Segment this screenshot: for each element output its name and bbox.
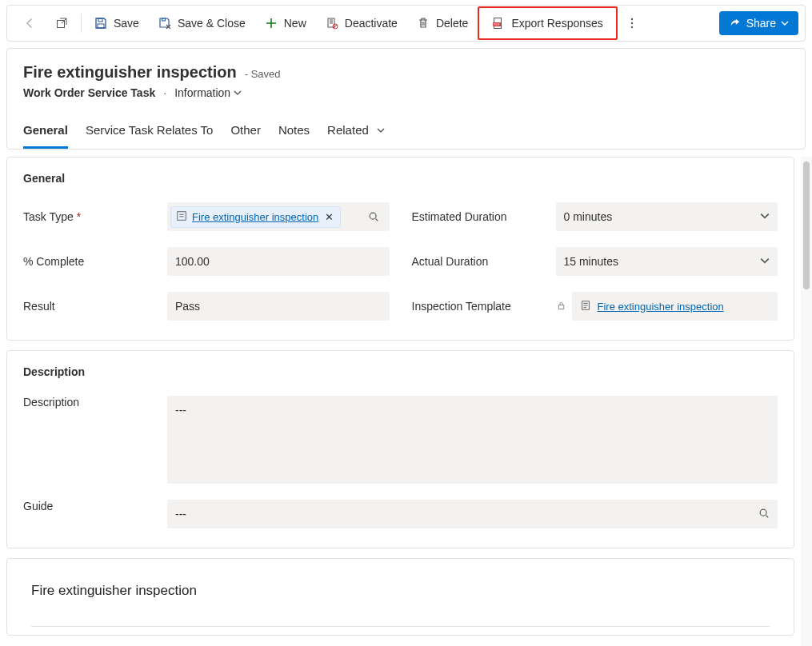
new-button[interactable]: New — [255, 10, 316, 37]
field-description: Description --- — [23, 396, 778, 484]
save-close-icon — [158, 17, 171, 30]
search-icon[interactable] — [758, 508, 770, 521]
svg-rect-2 — [98, 24, 104, 28]
input-guide[interactable]: --- — [167, 500, 778, 528]
section-title-description: Description — [23, 365, 778, 378]
scrollbar-thumb[interactable] — [803, 162, 810, 289]
page-title: Fire extinguisher inspection — [23, 63, 237, 82]
tab-relates-to[interactable]: Service Task Relates To — [86, 115, 214, 149]
label-estimated-duration: Estimated Duration — [412, 210, 546, 223]
tab-general[interactable]: General — [23, 115, 68, 149]
arrow-left-icon — [23, 17, 36, 30]
svg-point-13 — [370, 213, 376, 219]
scrollbar[interactable] — [801, 157, 812, 646]
clear-lookup-icon[interactable]: ✕ — [323, 211, 335, 223]
save-label: Save — [114, 17, 139, 30]
delete-label: Delete — [436, 17, 468, 30]
input-estimated-duration[interactable]: 0 minutes — [556, 202, 778, 231]
label-percent-complete: % Complete — [23, 255, 158, 268]
chevron-down-icon — [760, 210, 770, 223]
save-button[interactable]: Save — [85, 10, 149, 37]
svg-point-16 — [760, 509, 766, 516]
field-task-type: Task Type* Fire extinguisher inspection … — [23, 202, 390, 231]
divider — [31, 626, 770, 627]
export-responses-label: Export Responses — [511, 17, 602, 30]
svg-rect-14 — [558, 305, 564, 309]
deactivate-button[interactable]: Deactivate — [316, 10, 407, 37]
label-result: Result — [23, 300, 158, 313]
input-description[interactable]: --- — [167, 396, 778, 484]
svg-point-9 — [631, 18, 633, 20]
field-inspection-template: Inspection Template Fire extinguisher in… — [412, 292, 778, 321]
input-result[interactable]: Pass — [167, 292, 390, 321]
separator-dot: · — [163, 86, 166, 99]
template-icon — [580, 300, 591, 313]
record-header: Fire extinguisher inspection - Saved Wor… — [6, 48, 806, 150]
separator — [81, 14, 82, 33]
overflow-button[interactable] — [618, 10, 646, 37]
save-icon — [94, 17, 107, 30]
input-percent-complete[interactable]: 100.00 — [167, 247, 390, 276]
save-close-button[interactable]: Save & Close — [149, 10, 255, 37]
trash-icon — [417, 17, 430, 30]
lock-icon — [556, 301, 567, 312]
share-label: Share — [746, 17, 776, 30]
chevron-down-icon — [760, 255, 770, 268]
label-actual-duration: Actual Duration — [412, 255, 546, 268]
popout-icon — [55, 17, 68, 30]
field-result: Result Pass — [23, 292, 390, 321]
svg-point-10 — [631, 22, 633, 24]
new-label: New — [284, 17, 306, 30]
svg-point-11 — [631, 26, 633, 28]
tab-bar: General Service Task Relates To Other No… — [23, 115, 789, 149]
input-inspection-template[interactable]: Fire extinguisher inspection — [572, 292, 778, 321]
lookup-link-task-type[interactable]: Fire extinguisher inspection — [192, 211, 318, 223]
label-task-type: Task Type* — [23, 210, 158, 223]
field-estimated-duration: Estimated Duration 0 minutes — [412, 202, 778, 231]
plus-icon — [265, 17, 278, 30]
svg-rect-3 — [162, 18, 165, 21]
svg-text:PDF: PDF — [494, 22, 501, 26]
open-new-window-button[interactable] — [46, 10, 78, 37]
link-inspection-template[interactable]: Fire extinguisher inspection — [598, 301, 724, 313]
label-inspection-template: Inspection Template — [412, 300, 546, 313]
search-icon[interactable] — [366, 209, 382, 225]
deactivate-icon — [326, 17, 338, 30]
tab-related[interactable]: Related — [327, 115, 385, 149]
inspection-embed: Fire extinguisher inspection — [6, 558, 794, 636]
form-view-selector[interactable]: Information — [174, 86, 242, 99]
tab-notes[interactable]: Notes — [278, 115, 310, 149]
input-actual-duration[interactable]: 15 minutes — [556, 247, 778, 276]
field-guide: Guide --- — [23, 500, 778, 528]
pdf-icon: PDF — [492, 17, 505, 30]
field-actual-duration: Actual Duration 15 minutes — [412, 247, 778, 276]
back-button[interactable] — [14, 10, 46, 37]
save-close-label: Save & Close — [178, 17, 246, 30]
input-task-type[interactable]: Fire extinguisher inspection ✕ — [167, 202, 390, 231]
tab-other[interactable]: Other — [230, 115, 261, 149]
chevron-down-icon — [377, 123, 385, 137]
share-button[interactable]: Share — [719, 11, 798, 35]
label-description: Description — [23, 396, 158, 484]
chevron-down-icon — [781, 17, 789, 30]
deactivate-label: Deactivate — [345, 17, 398, 30]
field-percent-complete: % Complete 100.00 — [23, 247, 390, 276]
label-guide: Guide — [23, 500, 158, 528]
share-icon — [729, 17, 742, 30]
section-title-general: General — [23, 172, 778, 185]
entity-icon — [176, 210, 187, 224]
saved-state: - Saved — [245, 68, 281, 80]
export-responses-button[interactable]: PDF Export Responses — [482, 10, 612, 37]
entity-name: Work Order Service Task — [23, 86, 155, 99]
section-description: Description Description --- Guide --- — [6, 350, 794, 548]
export-responses-highlight: PDF Export Responses — [478, 6, 617, 40]
more-vertical-icon — [626, 17, 638, 30]
command-bar: Save Save & Close New Deactivate Delete … — [6, 5, 806, 42]
delete-button[interactable]: Delete — [407, 10, 478, 37]
section-general: General Task Type* Fire extinguisher ins… — [6, 157, 794, 341]
lookup-tag-task-type[interactable]: Fire extinguisher inspection ✕ — [170, 206, 341, 228]
form-scroll-area: General Task Type* Fire extinguisher ins… — [0, 157, 801, 646]
inspection-title: Fire extinguisher inspection — [31, 583, 770, 599]
svg-rect-12 — [178, 211, 186, 220]
